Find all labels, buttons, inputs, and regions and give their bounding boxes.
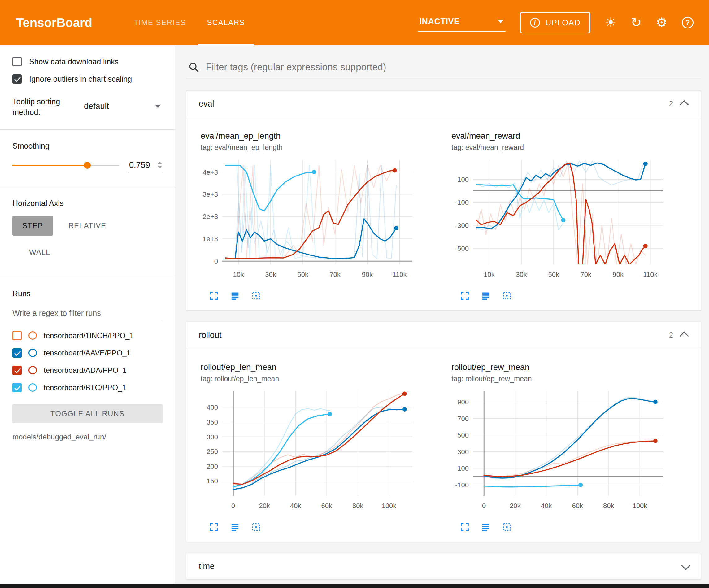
section-count: 2 [669, 331, 673, 339]
run-label: tensorboard/1INCH/PPO_1 [44, 331, 134, 340]
tab-scalars[interactable]: SCALARS [196, 0, 256, 45]
chart-toolbar [209, 522, 417, 532]
axis-relative-button[interactable]: RELATIVE [58, 216, 116, 236]
fit-domain-icon[interactable] [252, 291, 261, 300]
section-rollout-header[interactable]: rollout 2 [186, 322, 701, 348]
svg-text:50k: 50k [297, 271, 308, 278]
run-checkbox[interactable] [12, 383, 22, 392]
expand-chart-icon[interactable] [460, 522, 469, 532]
collapse-chevron-icon[interactable] [680, 331, 689, 340]
checkbox-label: Ignore outliers in chart scaling [29, 75, 132, 84]
run-label: tensorboard/BTC/PPO_1 [44, 383, 126, 392]
checkbox-label: Show data download links [29, 57, 119, 66]
line-chart-eval-mean-reward[interactable]: 10k30k50k70k90k110k-500-300-100100 [451, 155, 668, 288]
smoothing-value-input[interactable]: 0.759 [129, 158, 162, 173]
refresh-icon[interactable]: ↻ [631, 16, 641, 29]
chart-toolbar [460, 522, 668, 532]
settings-gear-icon[interactable]: ⚙ [656, 16, 667, 29]
expand-chart-icon[interactable] [460, 291, 469, 300]
run-checkbox[interactable] [12, 366, 22, 375]
section-eval-header[interactable]: eval 2 [186, 91, 701, 117]
tag-filter-input[interactable] [205, 61, 699, 73]
status-dropdown-value: INACTIVE [420, 17, 460, 26]
run-color-swatch[interactable] [28, 331, 37, 340]
axis-buttons-row2: WALL [19, 242, 162, 262]
runs-base-path: models/debugged_eval_run/ [12, 433, 162, 441]
run-row-1inch[interactable]: tensorboard/1INCH/PPO_1 [12, 331, 166, 340]
section-count: 2 [669, 99, 673, 108]
stepper-icons[interactable] [158, 162, 162, 169]
runs-filter-input[interactable] [12, 306, 162, 321]
section-title: rollout [199, 330, 222, 340]
spinner-up-icon[interactable] [158, 162, 162, 164]
data-table-icon[interactable] [481, 291, 491, 300]
section-time-header[interactable]: time [186, 553, 701, 579]
smoothing-fill [12, 165, 87, 166]
window-edge [0, 584, 709, 588]
brightness-icon[interactable]: ☀ [605, 16, 616, 29]
fit-domain-icon[interactable] [252, 522, 261, 532]
data-table-icon[interactable] [230, 291, 240, 300]
expand-chart-icon[interactable] [209, 291, 218, 300]
svg-text:1e+3: 1e+3 [203, 235, 218, 243]
help-icon[interactable]: ? [682, 17, 693, 28]
collapse-chevron-icon[interactable] [680, 100, 689, 109]
fit-domain-icon[interactable] [502, 522, 511, 532]
section-title: eval [199, 99, 214, 109]
run-checkbox[interactable] [12, 331, 22, 340]
status-dropdown[interactable]: INACTIVE [418, 14, 506, 32]
chart-title: eval/mean_reward [451, 131, 668, 141]
toggle-all-runs-button[interactable]: TOGGLE ALL RUNS [12, 404, 162, 423]
svg-text:100: 100 [457, 464, 469, 472]
run-color-swatch[interactable] [28, 349, 37, 357]
upload-button[interactable]: i UPLOAD [520, 12, 591, 33]
spinner-down-icon[interactable] [158, 166, 162, 169]
chart-title: eval/mean_ep_length [201, 131, 417, 141]
divider [0, 187, 175, 187]
expand-chart-icon[interactable] [209, 522, 218, 532]
chart-title: rollout/ep_rew_mean [451, 363, 668, 372]
smoothing-value: 0.759 [129, 160, 150, 170]
run-color-swatch[interactable] [28, 383, 37, 392]
collapse-chevron-icon[interactable] [681, 561, 690, 570]
smoothing-slider[interactable] [12, 165, 119, 166]
svg-text:20k: 20k [259, 502, 270, 510]
show-download-links-checkbox[interactable] [12, 57, 22, 66]
svg-text:30k: 30k [516, 271, 527, 278]
line-chart-rollout-ep-rew-mean[interactable]: 020k40k60k80k100k-100100300500700900 [451, 387, 668, 520]
line-chart-eval-mean-ep-length[interactable]: 10k30k50k70k90k110k01e+32e+33e+34e+3 [201, 155, 417, 288]
svg-text:400: 400 [207, 404, 218, 411]
run-color-swatch[interactable] [28, 366, 37, 374]
section-eval-body: eval/mean_ep_length tag: eval/mean_ep_le… [186, 117, 701, 310]
chevron-down-icon [155, 105, 161, 108]
chart-toolbar [209, 291, 417, 300]
svg-text:3e+3: 3e+3 [203, 190, 218, 198]
ignore-outliers-row[interactable]: Ignore outliers in chart scaling [12, 74, 162, 84]
run-row-btc[interactable]: tensorboard/BTC/PPO_1 [12, 383, 166, 392]
svg-text:10k: 10k [483, 271, 495, 278]
tooltip-sorting-row: Tooltip sorting method: default [12, 97, 162, 118]
line-chart-rollout-ep-len-mean[interactable]: 020k40k60k80k100k150200250300350400 [201, 387, 417, 520]
run-row-aave[interactable]: tensorboard/AAVE/PPO_1 [12, 348, 166, 358]
axis-step-button[interactable]: STEP [12, 216, 53, 236]
fit-domain-icon[interactable] [502, 291, 511, 300]
tooltip-sorting-dropdown[interactable]: default [82, 99, 162, 113]
show-download-links-row[interactable]: Show data download links [12, 57, 162, 66]
svg-text:200: 200 [207, 463, 218, 470]
data-table-icon[interactable] [230, 522, 240, 532]
chart-block: rollout/ep_len_mean tag: rollout/ep_len_… [201, 363, 417, 533]
tooltip-sorting-value: default [84, 102, 109, 111]
svg-text:100: 100 [457, 176, 469, 183]
run-row-ada[interactable]: tensorboard/ADA/PPO_1 [12, 366, 166, 375]
runs-label: Runs [12, 289, 162, 298]
data-table-icon[interactable] [481, 522, 491, 532]
ignore-outliers-checkbox[interactable] [12, 74, 22, 84]
divider [0, 129, 175, 130]
chart-tag: tag: rollout/ep_rew_mean [451, 375, 668, 383]
svg-text:20k: 20k [509, 502, 521, 510]
smoothing-thumb[interactable] [84, 162, 91, 169]
axis-wall-button[interactable]: WALL [19, 242, 60, 262]
tab-time-series[interactable]: TIME SERIES [123, 0, 196, 45]
sidebar: Show data download links Ignore outliers… [0, 45, 175, 584]
run-checkbox[interactable] [12, 348, 22, 358]
